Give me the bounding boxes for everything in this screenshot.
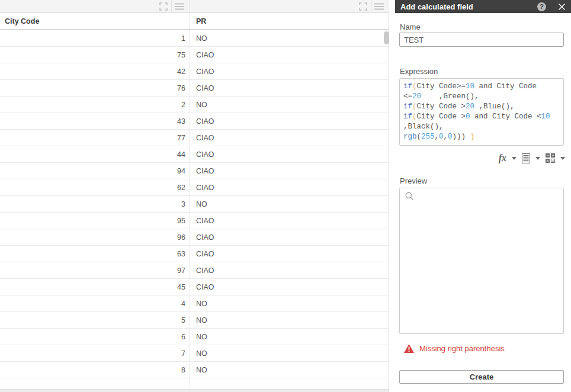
table-row[interactable]: 7 NO — [0, 345, 389, 362]
table-row[interactable]: 95 CIAO — [0, 213, 389, 229]
calc-grid-icon[interactable]: − + × = — [546, 153, 555, 163]
city-code-cell[interactable]: 94 — [0, 163, 190, 179]
city-code-cell[interactable]: 8 — [0, 362, 190, 378]
pr-cell[interactable]: CIAO — [190, 179, 214, 195]
city-code-cell[interactable]: 62 — [0, 179, 190, 195]
pr-cell[interactable]: CIAO — [190, 80, 214, 96]
list-icon[interactable] — [522, 153, 530, 163]
table-row[interactable]: 96 CIAO — [0, 229, 389, 246]
pr-object-toolbar — [190, 0, 389, 13]
pr-cell[interactable]: NO — [190, 362, 207, 378]
table-row[interactable]: 42 CIAO — [0, 63, 389, 80]
add-calculated-field-dialog: Add calculated field ? Name Expression i… — [395, 0, 571, 392]
horizontal-scrollbar-track[interactable] — [0, 389, 389, 392]
city-code-cell[interactable]: 95 — [0, 213, 190, 229]
column-header-pr[interactable]: PR — [196, 13, 206, 30]
fullscreen-icon[interactable] — [357, 0, 370, 13]
chevron-down-icon[interactable] — [535, 157, 540, 160]
create-button[interactable]: Create — [399, 370, 564, 384]
table-row[interactable]: 75 CIAO — [0, 47, 389, 63]
table-row[interactable]: 2 NO — [0, 97, 389, 113]
table-row[interactable]: 76 CIAO — [0, 80, 389, 97]
city-code-cell[interactable]: 5 — [0, 312, 190, 328]
pr-cell[interactable]: CIAO — [190, 163, 214, 179]
chevron-down-icon[interactable] — [512, 157, 517, 160]
table-row[interactable]: 94 CIAO — [0, 163, 389, 179]
city-code-cell[interactable]: 6 — [0, 329, 190, 345]
pr-cell[interactable]: NO — [190, 312, 207, 328]
preview-panel — [399, 188, 564, 334]
city-code-cell[interactable]: 2 — [0, 97, 190, 113]
list-tile-icon: = — [551, 159, 555, 163]
pr-cell[interactable]: CIAO — [190, 262, 214, 278]
city-code-cell[interactable]: 4 — [0, 295, 190, 311]
city-code-cell[interactable]: 42 — [0, 63, 190, 79]
pr-cell[interactable]: NO — [190, 196, 207, 212]
validation-error: Missing right parenthesis — [404, 344, 505, 353]
pr-cell[interactable]: CIAO — [190, 47, 214, 63]
pr-cell[interactable]: NO — [190, 345, 207, 361]
plus-tile-icon: + — [551, 153, 555, 158]
column-divider — [190, 0, 190, 389]
city-code-cell[interactable]: 75 — [0, 47, 190, 63]
city-code-cell[interactable]: 45 — [0, 279, 190, 295]
fx-icon[interactable]: fx — [499, 153, 506, 163]
table-row[interactable]: 5 NO — [0, 312, 389, 329]
city-code-cell[interactable]: 44 — [0, 146, 190, 162]
pr-cell[interactable]: NO — [190, 97, 207, 113]
dialog-header: Add calculated field ? — [395, 0, 571, 13]
table-row[interactable]: 44 CIAO — [0, 146, 389, 163]
city-code-cell[interactable]: 7 — [0, 345, 190, 361]
table-row[interactable]: 1 NO — [0, 30, 389, 47]
table-row[interactable]: 45 CIAO — [0, 279, 389, 295]
table-row[interactable]: 4 NO — [0, 295, 389, 312]
city-code-cell[interactable]: 97 — [0, 262, 190, 278]
menu-icon[interactable] — [173, 0, 186, 13]
data-table-panel: City Code PR 1 NO 75 CIAO 42 CIAO 76 CIA… — [0, 0, 389, 392]
city-code-cell[interactable]: 77 — [0, 130, 190, 146]
pr-cell[interactable]: CIAO — [190, 246, 214, 262]
city-code-cell[interactable]: 3 — [0, 196, 190, 212]
table-row[interactable]: 3 NO — [0, 196, 389, 213]
expression-editor[interactable]: if(City Code>=10 and City Code<=20 ,Gree… — [399, 78, 564, 146]
city-code-cell[interactable]: 63 — [0, 246, 190, 262]
preview-label: Preview — [400, 176, 427, 185]
pr-cell[interactable]: CIAO — [190, 63, 214, 79]
city-code-cell[interactable]: 43 — [0, 113, 190, 129]
vertical-scrollbar-thumb[interactable] — [384, 31, 389, 44]
search-icon[interactable] — [405, 192, 414, 203]
table-row[interactable]: 43 CIAO — [0, 113, 389, 130]
pr-cell[interactable]: CIAO — [190, 146, 214, 162]
error-message: Missing right parenthesis — [419, 344, 505, 353]
pr-cell[interactable]: CIAO — [190, 113, 214, 129]
pr-cell[interactable]: NO — [190, 329, 207, 345]
help-icon[interactable]: ? — [537, 2, 546, 11]
toolbar-divider — [171, 0, 172, 13]
table-row[interactable]: 63 CIAO — [0, 246, 389, 262]
city-code-cell[interactable]: 76 — [0, 80, 190, 96]
menu-icon[interactable] — [373, 0, 386, 13]
close-icon[interactable] — [558, 3, 566, 11]
pr-cell[interactable]: CIAO — [190, 229, 214, 245]
name-input[interactable] — [399, 33, 564, 47]
table-row[interactable]: 97 CIAO — [0, 262, 389, 279]
city-code-cell[interactable]: 1 — [0, 30, 190, 46]
pr-cell[interactable]: CIAO — [190, 279, 214, 295]
table-row[interactable]: 8 NO — [0, 362, 389, 378]
app-window: City Code PR 1 NO 75 CIAO 42 CIAO 76 CIA… — [0, 0, 571, 392]
table-row[interactable]: 77 CIAO — [0, 130, 389, 146]
table-row[interactable]: 6 NO — [0, 329, 389, 345]
table-row[interactable]: 62 CIAO — [0, 179, 389, 196]
city-code-cell[interactable]: 96 — [0, 229, 190, 245]
chevron-down-icon[interactable] — [560, 157, 565, 160]
pr-cell[interactable]: CIAO — [190, 213, 214, 229]
name-label: Name — [400, 23, 421, 31]
expression-label: Expression — [400, 67, 438, 76]
pr-cell[interactable]: NO — [190, 295, 207, 311]
pr-cell[interactable]: CIAO — [190, 130, 214, 146]
fullscreen-icon[interactable] — [157, 0, 170, 13]
table-body: 1 NO 75 CIAO 42 CIAO 76 CIAO 2 NO — [0, 30, 389, 389]
minus-tile-icon: − — [546, 153, 550, 158]
column-header-city-code[interactable]: City Code — [5, 13, 39, 30]
pr-cell[interactable]: NO — [190, 30, 207, 46]
